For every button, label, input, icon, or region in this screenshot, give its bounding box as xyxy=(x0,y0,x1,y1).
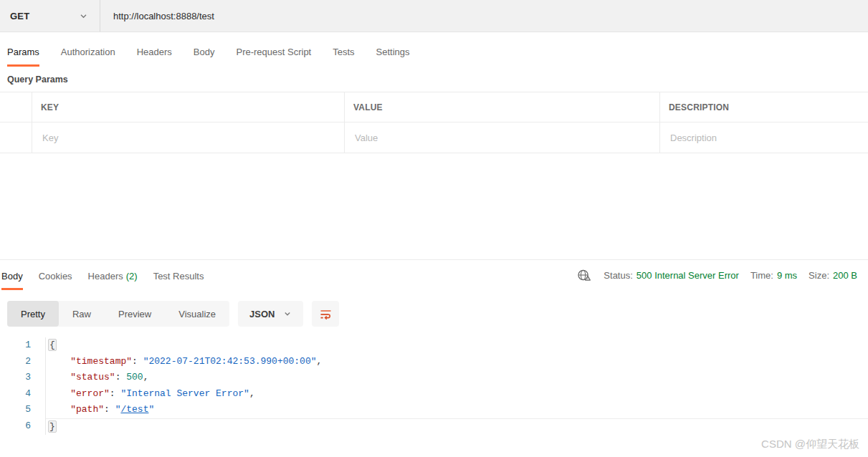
request-response-gap xyxy=(0,153,868,259)
line-number[interactable]: 3 xyxy=(0,370,46,386)
json-string-value: "2022-07-21T02:42:53.990+00:00" xyxy=(143,356,317,367)
time-label: Time: xyxy=(750,270,773,281)
csdn-watermark: CSDN @仰望天花板 xyxy=(761,438,859,451)
code-content: "status": 500, xyxy=(46,370,868,386)
json-key: "error" xyxy=(70,388,110,399)
tab-tests[interactable]: Tests xyxy=(333,32,354,67)
line-number[interactable]: 4 xyxy=(0,386,46,403)
status-indicator: Status: 500 Internal Server Error xyxy=(604,270,739,281)
code-line: 2 "timestamp": "2022-07-21T02:42:53.990+… xyxy=(0,354,868,370)
response-section: Body Cookies Headers (2) Test Results St… xyxy=(0,259,868,435)
line-number[interactable]: 5 xyxy=(0,402,46,418)
json-number-value: 500 xyxy=(126,372,143,383)
time-indicator: Time: 9 ms xyxy=(750,270,797,281)
query-params-title: Query Params xyxy=(0,67,868,92)
code-line: 1 { xyxy=(0,337,868,354)
view-mode-preview[interactable]: Preview xyxy=(105,301,165,327)
view-mode-pretty[interactable]: Pretty xyxy=(7,301,59,327)
response-tab-test-results[interactable]: Test Results xyxy=(153,260,204,290)
column-header-description: DESCRIPTION xyxy=(669,102,729,112)
json-key: "status" xyxy=(70,372,115,383)
json-string-quote: " xyxy=(148,404,154,415)
tab-pre-request-script[interactable]: Pre-request Script xyxy=(236,32,311,67)
code-line: 5 "path": "/test" xyxy=(0,402,868,418)
response-tabs: Body Cookies Headers (2) Test Results xyxy=(0,260,204,290)
chevron-down-icon xyxy=(283,309,292,318)
json-punctuation: : xyxy=(110,388,121,399)
tab-authorization[interactable]: Authorization xyxy=(61,32,115,67)
code-line: 4 "error": "Internal Server Error", xyxy=(0,386,868,403)
method-label: GET xyxy=(10,11,29,21)
method-dropdown[interactable]: GET xyxy=(0,0,100,32)
tab-params[interactable]: Params xyxy=(7,32,39,67)
indent xyxy=(48,404,70,415)
format-label: JSON xyxy=(249,309,275,319)
url-input[interactable] xyxy=(100,0,868,32)
response-meta-bar: Body Cookies Headers (2) Test Results St… xyxy=(0,260,868,290)
line-number[interactable]: 1 xyxy=(0,337,46,354)
size-indicator: Size: 200 B xyxy=(809,270,857,281)
json-punctuation: : xyxy=(132,356,143,367)
description-input[interactable] xyxy=(669,132,858,144)
response-status-group: Status: 500 Internal Server Error Time: … xyxy=(577,260,857,290)
column-header-value: VALUE xyxy=(353,102,383,112)
wrap-lines-button[interactable] xyxy=(312,301,339,327)
view-mode-visualize[interactable]: Visualize xyxy=(165,301,229,327)
request-tabs: Params Authorization Headers Body Pre-re… xyxy=(0,32,868,67)
json-path-link[interactable]: /test xyxy=(120,404,148,415)
key-input[interactable] xyxy=(41,132,329,144)
response-tab-cookies[interactable]: Cookies xyxy=(39,260,72,290)
json-string-value: "Internal Server Error" xyxy=(120,388,249,399)
json-punctuation: , xyxy=(317,356,323,367)
json-punctuation: , xyxy=(143,372,149,383)
code-content: "error": "Internal Server Error", xyxy=(46,386,868,403)
view-mode-segmented-control: Pretty Raw Preview Visualize xyxy=(7,301,229,327)
value-input[interactable] xyxy=(353,132,644,144)
status-label: Status: xyxy=(604,270,632,281)
row-handle xyxy=(0,122,32,153)
row-handle-column xyxy=(0,92,32,122)
time-value: 9 ms xyxy=(777,270,797,281)
headers-count-badge: (2) xyxy=(126,271,138,282)
tab-headers[interactable]: Headers xyxy=(137,32,172,67)
response-body-viewer: 1 { 2 "timestamp": "2022-07-21T02:42:53.… xyxy=(0,337,868,435)
code-line: 6 } xyxy=(0,418,868,435)
indent xyxy=(48,372,70,383)
json-punctuation: : xyxy=(104,404,115,415)
json-key: "path" xyxy=(70,404,104,415)
response-view-toolbar: Pretty Raw Preview Visualize JSON xyxy=(0,290,868,327)
format-dropdown[interactable]: JSON xyxy=(238,301,303,327)
code-content: } xyxy=(46,418,868,435)
json-open-brace: { xyxy=(48,339,57,351)
size-value: 200 B xyxy=(833,270,857,281)
size-label: Size: xyxy=(809,270,829,281)
json-close-brace: } xyxy=(48,420,57,433)
tab-settings[interactable]: Settings xyxy=(376,32,410,67)
view-mode-raw[interactable]: Raw xyxy=(59,301,105,327)
table-row xyxy=(0,122,868,153)
json-punctuation: , xyxy=(249,388,255,399)
column-header-key: KEY xyxy=(41,102,59,112)
code-content: { xyxy=(46,337,868,354)
text-wrap-icon xyxy=(319,308,333,320)
code-content: "path": "/test" xyxy=(46,402,868,418)
response-tab-body[interactable]: Body xyxy=(1,260,23,290)
line-number[interactable]: 2 xyxy=(0,354,46,370)
status-value: 500 Internal Server Error xyxy=(636,270,739,281)
chevron-down-icon xyxy=(79,11,88,21)
globe-warning-icon xyxy=(577,269,592,282)
response-tab-headers[interactable]: Headers (2) xyxy=(88,260,138,290)
tab-body[interactable]: Body xyxy=(194,32,215,67)
code-content: "timestamp": "2022-07-21T02:42:53.990+00… xyxy=(46,354,868,370)
query-params-table: KEY VALUE DESCRIPTION xyxy=(0,92,868,153)
indent xyxy=(48,356,70,367)
json-key: "timestamp" xyxy=(70,356,132,367)
response-tab-headers-label: Headers xyxy=(88,271,123,282)
code-line: 3 "status": 500, xyxy=(0,370,868,386)
table-header-row: KEY VALUE DESCRIPTION xyxy=(0,92,868,122)
request-url-bar: GET xyxy=(0,0,868,32)
indent xyxy=(48,388,70,399)
json-punctuation: : xyxy=(115,372,127,383)
line-number[interactable]: 6 xyxy=(0,418,46,435)
